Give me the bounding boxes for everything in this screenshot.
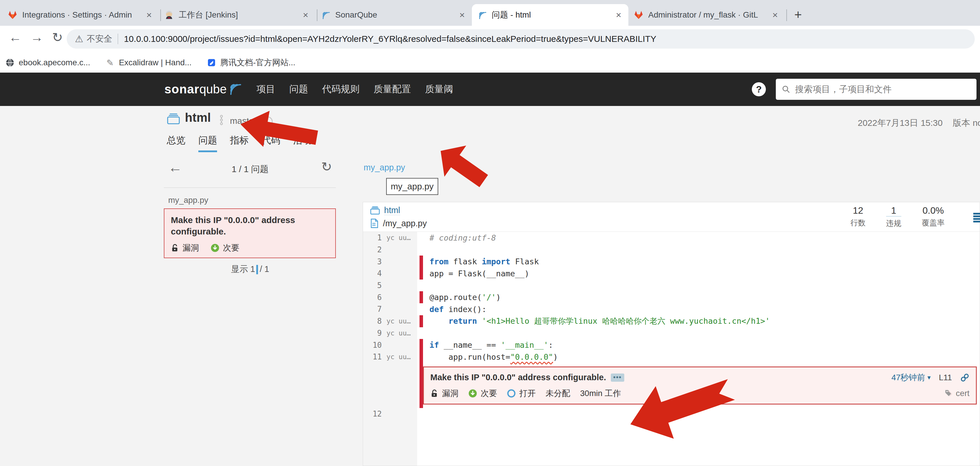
- search-placeholder: 搜索项目，子项目和文件: [795, 83, 892, 96]
- line-number[interactable]: 10: [363, 341, 387, 350]
- project-icon: [167, 113, 180, 126]
- line-number[interactable]: 7: [363, 305, 387, 313]
- issues-counter: 1 / 1 问题: [164, 163, 336, 176]
- issue-age-link[interactable]: 47秒钟前: [891, 372, 925, 383]
- issue-more-button[interactable]: •••: [611, 373, 624, 382]
- metric-coverage: 0.0% 覆盖率: [922, 205, 945, 228]
- bookmark-label: 腾讯文档-官方网站...: [220, 57, 296, 68]
- browser-tab-strip: Integrations · Settings · Admin × 工作台 [J…: [0, 0, 980, 26]
- chevron-down-icon[interactable]: ▾: [928, 374, 931, 381]
- browser-tab-gitlab-settings[interactable]: Integrations · Settings · Admin ×: [2, 4, 159, 26]
- forward-icon[interactable]: →: [30, 30, 43, 45]
- issue-title[interactable]: Make this IP "0.0.0.0" address configura…: [171, 214, 329, 237]
- tab-issues[interactable]: 问题: [198, 134, 217, 152]
- line-number[interactable]: 12: [363, 410, 387, 418]
- line-number[interactable]: 5: [363, 281, 387, 290]
- project-breadcrumb-link[interactable]: html: [384, 206, 400, 215]
- issue-type-badge[interactable]: 漏洞: [171, 243, 199, 254]
- issue-card[interactable]: Make this IP "0.0.0.0" address configura…: [164, 208, 336, 258]
- line-number[interactable]: 1: [363, 233, 387, 242]
- line-number[interactable]: 3: [363, 257, 387, 266]
- new-tab-button[interactable]: +: [790, 6, 806, 23]
- line-author: yc_uu…: [387, 329, 417, 337]
- close-icon[interactable]: ×: [145, 10, 154, 21]
- tab-separator: [786, 10, 787, 21]
- global-search-input[interactable]: 搜索项目，子项目和文件: [776, 79, 977, 100]
- issues-paging: 显示 1/ 1: [164, 263, 336, 275]
- code-line: 9yc_uu…: [363, 327, 980, 339]
- bookmark-ebook[interactable]: ebook.apecome.c...: [5, 58, 90, 67]
- close-icon[interactable]: ×: [301, 10, 310, 21]
- metric-value[interactable]: 1: [886, 205, 901, 217]
- code-line: 4app = Flask(__name__): [363, 268, 980, 279]
- tencent-docs-icon: [207, 58, 216, 67]
- navbar-menu: 项目 问题 代码规则 质量配置 质量阈: [256, 83, 467, 96]
- bookmark-excalidraw[interactable]: ✎ Excalidraw | Hand...: [105, 58, 192, 67]
- line-number[interactable]: 6: [363, 293, 387, 302]
- security-label[interactable]: 不安全: [87, 33, 112, 45]
- line-number[interactable]: 11: [363, 353, 387, 361]
- browser-tab-sonarqube[interactable]: SonarQube ×: [315, 4, 472, 26]
- file-menu-icon[interactable]: [973, 213, 980, 222]
- project-title[interactable]: html: [185, 111, 211, 125]
- vulnerability-lock-icon: [171, 244, 179, 252]
- issue-status-label: 打开: [519, 388, 536, 399]
- bookmark-tencent-docs[interactable]: 腾讯文档-官方网站...: [207, 57, 296, 68]
- issue-severity-badge[interactable]: 次要: [468, 388, 497, 399]
- new-code-marker: [420, 339, 423, 351]
- tab-overview[interactable]: 总览: [167, 134, 186, 152]
- file-link[interactable]: my_app.py: [364, 163, 405, 172]
- sonar-waves-icon: [229, 82, 241, 95]
- line-number[interactable]: 8: [363, 317, 387, 326]
- metric-issues[interactable]: 1 违规: [886, 205, 901, 228]
- issue-type-badge[interactable]: 漏洞: [430, 388, 458, 399]
- new-code-marker: [420, 268, 423, 279]
- nav-item-quality-gates[interactable]: 质量阈: [425, 83, 453, 96]
- file-tooltip: my_app.py: [386, 178, 438, 195]
- globe-icon: [5, 58, 14, 67]
- nav-item-issues[interactable]: 问题: [289, 83, 308, 96]
- warning-icon: ⚠: [75, 34, 83, 45]
- reload-issues-icon[interactable]: ↻: [321, 160, 332, 173]
- branch-icon: [219, 115, 224, 127]
- sonarqube-logo[interactable]: sonarqube: [164, 82, 241, 96]
- new-code-marker: [420, 291, 423, 303]
- code-line: 5: [363, 279, 980, 292]
- metric-label: 行数: [850, 218, 865, 228]
- reload-icon[interactable]: ↻: [52, 30, 63, 45]
- line-number[interactable]: 9: [363, 329, 387, 337]
- metric-label: 违规: [886, 219, 901, 228]
- new-code-marker: [420, 232, 423, 244]
- url-text[interactable]: 10.0.0.100:9000/project/issues?id=html&o…: [124, 34, 657, 44]
- file-path[interactable]: /my_app.py: [383, 219, 427, 228]
- issue-title[interactable]: Make this IP "0.0.0.0" address configura…: [430, 373, 606, 382]
- issue-severity-badge[interactable]: 次要: [211, 243, 239, 254]
- divider: [118, 34, 118, 44]
- browser-tab-issues-html[interactable]: 问题 - html ×: [472, 4, 628, 26]
- help-icon[interactable]: ?: [752, 82, 766, 96]
- line-number[interactable]: 2: [363, 245, 387, 254]
- issue-tags[interactable]: cert: [944, 389, 969, 398]
- code-text: app = Flask(__name__): [423, 269, 529, 278]
- browser-tab-gitlab-myflask[interactable]: Administrator / my_flask · GitL ×: [628, 4, 785, 26]
- issue-status[interactable]: 打开: [507, 388, 536, 399]
- close-icon[interactable]: ×: [458, 10, 466, 21]
- back-icon[interactable]: ←: [9, 30, 22, 45]
- gitlab-icon: [8, 10, 18, 20]
- close-icon[interactable]: ×: [614, 10, 623, 21]
- permalink-icon[interactable]: [960, 373, 969, 382]
- new-code-marker: [420, 244, 423, 256]
- browser-tab-jenkins[interactable]: 工作台 [Jenkins] ×: [159, 4, 315, 26]
- nav-item-rules[interactable]: 代码规则: [322, 83, 360, 96]
- issue-severity-label: 次要: [480, 388, 497, 399]
- close-icon[interactable]: ×: [770, 10, 780, 21]
- issue-file-label: my_app.py: [168, 196, 208, 205]
- line-number[interactable]: 4: [363, 269, 387, 278]
- code-line: 7def index():: [363, 303, 980, 315]
- jenkins-icon: [164, 10, 174, 20]
- address-bar[interactable]: ⚠ 不安全 10.0.0.100:9000/project/issues?id=…: [67, 29, 975, 49]
- analysis-date: 2022年7月13日 15:30: [858, 118, 943, 128]
- nav-item-quality-profiles[interactable]: 质量配置: [374, 83, 411, 96]
- issue-assignee[interactable]: 未分配: [546, 388, 570, 399]
- nav-item-projects[interactable]: 项目: [256, 83, 275, 96]
